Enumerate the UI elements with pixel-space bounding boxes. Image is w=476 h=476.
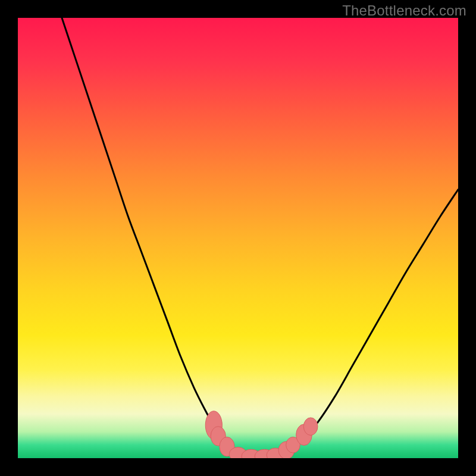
bottleneck-curve-svg [18, 18, 458, 458]
plot-area [18, 18, 458, 458]
curve-marker [303, 418, 318, 436]
watermark-text: TheBottleneck.com [342, 2, 466, 19]
bottleneck-curve [62, 18, 458, 458]
chart-frame: TheBottleneck.com [0, 0, 476, 476]
marker-group [205, 411, 318, 458]
